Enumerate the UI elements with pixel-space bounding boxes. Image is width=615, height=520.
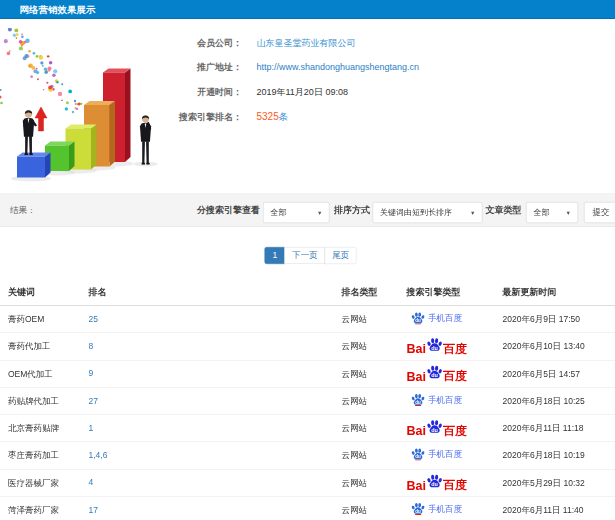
svg-text:du: du [415,454,421,459]
svg-text:du: du [415,509,421,514]
svg-text:du: du [431,426,438,432]
svg-text:du: du [415,318,421,323]
svg-text:du: du [415,400,421,405]
svg-text:du: du [431,372,438,378]
svg-text:du: du [431,345,438,351]
svg-text:du: du [431,481,438,487]
